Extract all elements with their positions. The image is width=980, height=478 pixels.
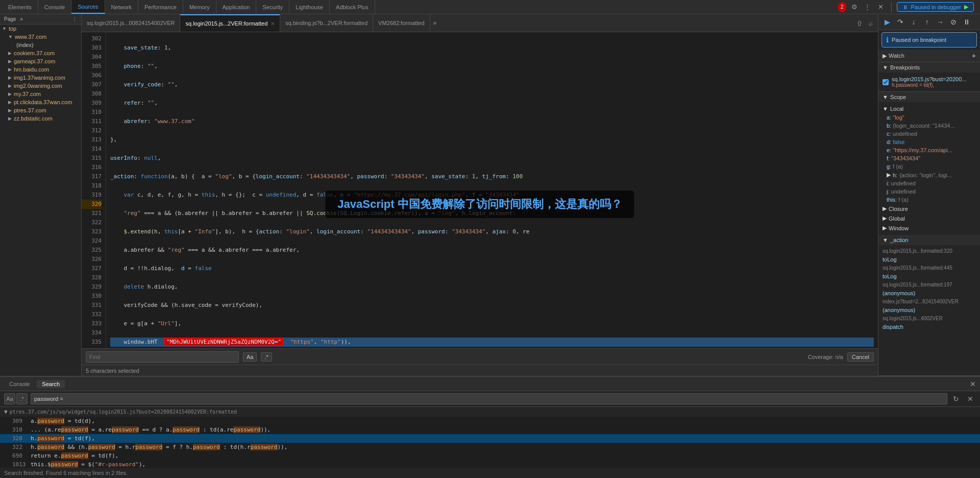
scope-item-i[interactable]: i: undefined <box>878 179 980 187</box>
result-line-690[interactable]: 690 return e.password = td(f), <box>0 451 980 460</box>
tree-www37[interactable]: ▼ www.37.com <box>0 33 81 41</box>
search-in-file-icon[interactable]: ⌕ <box>866 18 876 28</box>
deactivate-breakpoints-button[interactable]: ⊘ <box>948 16 959 28</box>
scope-item-g[interactable]: g: f (a) <box>878 162 980 171</box>
scope-item-e[interactable]: e: "https://my.37.com/api... <box>878 146 980 154</box>
tab-application[interactable]: Application <box>216 0 257 14</box>
tree-index[interactable]: (index) <box>0 41 81 49</box>
code-content: 302303304305306 307308309310311 31231331… <box>82 32 878 348</box>
editor-tab-sq3[interactable]: sq.binding.js?b...2VER:formatted <box>280 14 373 32</box>
call-stack-dispatch[interactable]: dispatch <box>878 322 980 331</box>
chevron-right-icon: ▶ <box>8 51 12 56</box>
tree-ptres[interactable]: ▶ ptres.37.com <box>0 106 81 114</box>
call-stack-anon2[interactable]: (anonymous) <box>878 305 980 315</box>
error-badge[interactable]: 2 <box>838 2 846 12</box>
search-regex-button[interactable]: .* <box>16 393 28 404</box>
chevron-right-icon: ▶ <box>8 67 12 72</box>
bottom-tab-console[interactable]: Console <box>4 380 35 388</box>
watch-header[interactable]: ▶ Watch + <box>878 50 980 62</box>
step-button[interactable]: → <box>935 16 946 28</box>
step-over-button[interactable]: ↷ <box>895 16 906 28</box>
expand-icon[interactable]: » <box>20 16 23 22</box>
tree-my37-label: my.37.com <box>14 91 41 97</box>
scope-item-h[interactable]: ▶h: {action: "login", logi... <box>878 171 980 179</box>
code-display[interactable]: save_state: 1, phone: "", verify_code: "… <box>106 32 878 348</box>
tab-console[interactable]: Console <box>38 0 71 14</box>
scope-item-b[interactable]: b: {login_account: "14434... <box>878 122 980 130</box>
pretty-print-icon[interactable]: {} <box>854 18 865 28</box>
tab-lighthouse[interactable]: Lighthouse <box>289 0 330 14</box>
step-into-button[interactable]: ↓ <box>908 16 919 28</box>
find-match-case-button[interactable]: Aa <box>243 352 257 362</box>
scope-item-d[interactable]: d: false <box>878 138 980 146</box>
search-clear-button[interactable]: ✕ <box>965 393 976 404</box>
tab-adblock[interactable]: Adblock Plus <box>330 0 375 14</box>
find-cancel-button[interactable]: Cancel <box>847 352 874 362</box>
tab-network[interactable]: Network <box>105 0 138 14</box>
scope-item-a[interactable]: a: "log" <box>878 113 980 122</box>
call-stack-item[interactable]: sq.login2015.js...formatted:320 <box>878 247 980 255</box>
sidebar-menu-icon[interactable]: ⋮ <box>72 16 77 22</box>
close-devtools-icon[interactable]: ✕ <box>876 2 886 12</box>
tab-memory[interactable]: Memory <box>183 0 216 14</box>
breakpoints-header[interactable]: ▼ Breakpoints <box>878 62 980 73</box>
editor-tab-sq1[interactable]: sq.login2015.js...00824154002VER <box>82 14 180 32</box>
tree-img1[interactable]: ▶ img1.37wanimg.com <box>0 74 81 82</box>
tree-ptclick[interactable]: ▶ pt.clickdata.37wan.com <box>0 98 81 106</box>
result-file-item[interactable]: ▼ ptres.37.com/js/sq/widget/sq.login2015… <box>0 407 980 417</box>
search-input[interactable] <box>31 393 947 404</box>
find-input[interactable] <box>86 351 239 363</box>
call-stack-anon[interactable]: (anonymous) <box>878 289 980 298</box>
breakpoint-item[interactable]: sq.login2015.js?bust=20200... h.password… <box>878 75 980 89</box>
tab-performance[interactable]: Performance <box>138 0 183 14</box>
editor-tab-sq2[interactable]: sq.login2015.js...2VER:formatted ✕ <box>180 14 280 32</box>
find-regex-button[interactable]: .* <box>261 352 272 362</box>
add-watch-icon[interactable]: + <box>972 52 976 60</box>
chevron-down-icon: ▼ <box>883 94 888 100</box>
tree-zzbdstatic[interactable]: ▶ zz.bdstatic.com <box>0 114 81 123</box>
search-refresh-button[interactable]: ↻ <box>950 393 962 404</box>
tab-elements[interactable]: Elements <box>2 0 38 14</box>
resume-icon[interactable]: ▶ <box>964 4 968 10</box>
result-line-309[interactable]: 309 a.password = td(d), <box>0 417 980 425</box>
result-text: h.password && (h.password = h.rpassword … <box>31 444 287 450</box>
tree-hmbaidu[interactable]: ▶ hm.baidu.com <box>0 65 81 74</box>
pause-on-exceptions-button[interactable]: ⏸ <box>961 16 972 28</box>
result-line-322[interactable]: 322 h.password && (h.password = h.rpassw… <box>0 443 980 451</box>
more-options-icon[interactable]: ⋮ <box>863 2 873 12</box>
result-line-1013[interactable]: 1013 this.$password = $("#r-password"), <box>0 460 980 468</box>
closure-scope-group[interactable]: ▶ Closure <box>878 204 980 213</box>
top-bar-right: 2 ⚙ ⋮ ✕ ⏸ Paused in debugger ▶ <box>838 2 978 12</box>
scope-item-j[interactable]: j: undefined <box>878 187 980 196</box>
tree-img2[interactable]: ▶ img2.0wanimg.com <box>0 82 81 90</box>
global-scope-group[interactable]: ▶ Global <box>878 213 980 223</box>
resume-button[interactable]: ▶ <box>881 16 893 28</box>
tree-my37[interactable]: ▶ my.37.com <box>0 90 81 98</box>
bottom-close-icon[interactable]: ✕ <box>970 380 976 388</box>
tab-sources[interactable]: Sources <box>71 0 105 14</box>
bottom-tab-search[interactable]: Search <box>37 380 65 388</box>
tree-gameapi[interactable]: ▶ gameapi.37.com <box>0 57 81 65</box>
step-out-button[interactable]: ↑ <box>921 16 933 28</box>
scope-header[interactable]: ▼ Scope <box>878 92 980 102</box>
local-scope-group[interactable]: ▼ Local <box>878 104 980 113</box>
scope-item-f[interactable]: f: "34343434" <box>878 154 980 162</box>
search-case-button[interactable]: Aa <box>4 393 15 404</box>
breakpoint-checkbox[interactable] <box>883 79 889 85</box>
window-scope-group[interactable]: ▶ Window <box>878 223 980 233</box>
tree-cookiem[interactable]: ▶ cookiem.37.com <box>0 49 81 57</box>
chevron-down-icon: ▼ <box>883 237 888 243</box>
close-tab-icon[interactable]: ✕ <box>271 21 275 27</box>
scope-item-c[interactable]: c: undefined <box>878 130 980 138</box>
call-stack-tolog1[interactable]: toLog <box>878 255 980 264</box>
call-stack-header[interactable]: ▼ _action <box>878 235 980 245</box>
call-stack-tolog2[interactable]: toLog <box>878 272 980 281</box>
scope-item-this[interactable]: this: f (a) <box>878 196 980 204</box>
editor-tab-vm[interactable]: VM2682:formatted <box>373 14 430 32</box>
tab-security[interactable]: Security <box>256 0 289 14</box>
settings-icon[interactable]: ⚙ <box>849 2 860 12</box>
result-line-320[interactable]: 320 h.password = td(f), <box>0 434 980 443</box>
result-line-310[interactable]: 310 ... (a.repassword = a.repassword == … <box>0 425 980 434</box>
tree-top[interactable]: ▼ top <box>0 25 81 33</box>
tab-overflow-icon[interactable]: » <box>430 14 440 32</box>
